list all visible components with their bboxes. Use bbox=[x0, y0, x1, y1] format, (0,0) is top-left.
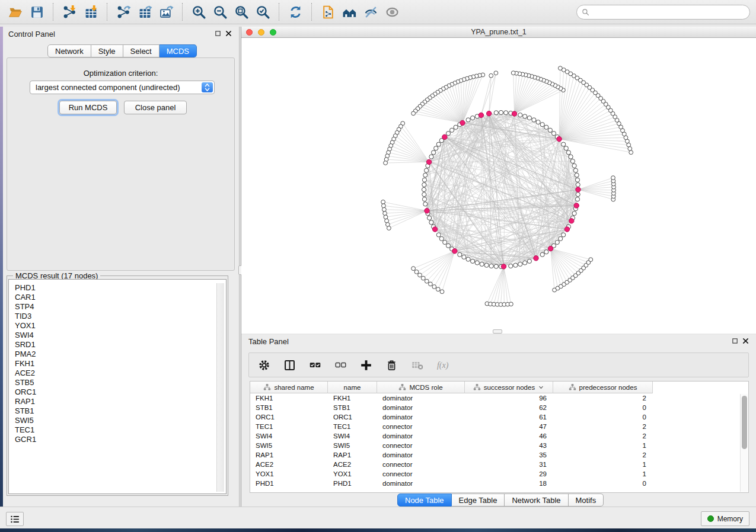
close-panel-icon[interactable] bbox=[225, 30, 232, 37]
run-mcds-button[interactable]: Run MCDS bbox=[59, 101, 117, 114]
graph-node[interactable] bbox=[422, 182, 426, 187]
graph-node[interactable] bbox=[384, 215, 388, 219]
mcds-result-item[interactable]: SWI5 bbox=[11, 416, 216, 425]
export-network-icon[interactable] bbox=[113, 2, 134, 21]
graph-node[interactable] bbox=[436, 142, 441, 146]
graph-node[interactable] bbox=[423, 173, 428, 177]
delete-column-icon[interactable] bbox=[384, 357, 399, 373]
deselect-all-icon[interactable] bbox=[333, 357, 348, 373]
graph-node[interactable] bbox=[450, 128, 454, 132]
graph-node[interactable] bbox=[518, 262, 522, 266]
close-table-panel-icon[interactable] bbox=[742, 338, 749, 344]
graph-node[interactable] bbox=[564, 146, 568, 150]
graph-node[interactable] bbox=[518, 113, 522, 117]
settings-gear-icon[interactable] bbox=[256, 357, 272, 373]
graph-node[interactable] bbox=[499, 110, 503, 114]
graph-node[interactable] bbox=[429, 282, 433, 286]
import-table-icon[interactable] bbox=[80, 2, 101, 21]
graph-node[interactable] bbox=[509, 264, 513, 268]
graph-node[interactable] bbox=[572, 211, 576, 216]
graph-hub-node[interactable] bbox=[479, 113, 483, 117]
graph-node[interactable] bbox=[466, 118, 470, 122]
graph-node[interactable] bbox=[458, 252, 462, 257]
task-history-button[interactable] bbox=[6, 512, 24, 526]
graph-node[interactable] bbox=[555, 240, 559, 244]
search-input[interactable] bbox=[589, 7, 749, 18]
graph-node[interactable] bbox=[489, 264, 493, 268]
column-header-MCDS-role[interactable]: MCDS role bbox=[377, 382, 465, 393]
criterion-dropdown[interactable]: largest connected component (undirected) bbox=[30, 81, 215, 94]
graph-hub-node[interactable] bbox=[512, 111, 516, 116]
graph-hub-node[interactable] bbox=[460, 120, 465, 125]
table-scrollbar[interactable] bbox=[740, 394, 748, 492]
graph-node[interactable] bbox=[540, 123, 544, 127]
zoom-fit-icon[interactable] bbox=[231, 2, 252, 21]
graph-node[interactable] bbox=[523, 114, 527, 118]
graph-node[interactable] bbox=[489, 73, 493, 78]
show-graphics-details-icon[interactable] bbox=[381, 2, 403, 21]
graph-node[interactable] bbox=[466, 257, 470, 261]
network-from-file-icon[interactable] bbox=[317, 2, 339, 21]
select-all-icon[interactable] bbox=[307, 357, 323, 373]
graph-node[interactable] bbox=[440, 290, 444, 294]
mcds-result-item[interactable]: TEC1 bbox=[11, 425, 216, 435]
column-header-shared-name[interactable]: shared name bbox=[250, 382, 328, 393]
graph-node[interactable] bbox=[421, 276, 425, 280]
graph-node[interactable] bbox=[454, 125, 458, 129]
graph-node[interactable] bbox=[527, 259, 531, 263]
graph-node[interactable] bbox=[382, 207, 387, 211]
hide-graphics-details-icon[interactable] bbox=[360, 2, 381, 21]
zoom-out-icon[interactable] bbox=[209, 2, 231, 21]
graph-node[interactable] bbox=[576, 182, 580, 187]
graph-node[interactable] bbox=[412, 111, 416, 116]
mcds-result-item[interactable]: SWI4 bbox=[11, 331, 216, 340]
mcds-result-item[interactable]: ACE2 bbox=[11, 368, 216, 378]
graph-node[interactable] bbox=[628, 147, 632, 151]
tab-node-table[interactable]: Node Table bbox=[397, 493, 452, 507]
graph-node[interactable] bbox=[513, 263, 518, 267]
float-panel-icon[interactable] bbox=[215, 30, 221, 37]
graph-node[interactable] bbox=[429, 220, 433, 225]
graph-node[interactable] bbox=[446, 243, 450, 248]
graph-node[interactable] bbox=[494, 264, 498, 268]
mcds-result-list[interactable]: PHD1CAR1STP4TID3YOX1SWI4SRD1PMA2FKH1ACE2… bbox=[11, 283, 216, 492]
graph-node[interactable] bbox=[475, 261, 479, 265]
table-row[interactable]: STB1STB1dominator620 bbox=[250, 403, 748, 412]
graph-node[interactable] bbox=[559, 236, 563, 241]
graph-hub-node[interactable] bbox=[569, 219, 574, 223]
graph-node[interactable] bbox=[443, 240, 447, 244]
mcds-result-item[interactable]: SRD1 bbox=[11, 340, 216, 350]
graph-node[interactable] bbox=[575, 178, 579, 182]
table-row[interactable]: FKH1FKH1dominator962 bbox=[250, 393, 748, 403]
graph-node[interactable] bbox=[425, 279, 429, 283]
graph-node[interactable] bbox=[422, 197, 426, 201]
graph-node[interactable] bbox=[446, 132, 450, 136]
graph-hub-node[interactable] bbox=[432, 227, 437, 232]
column-header-successor-nodes[interactable]: successor nodes bbox=[465, 382, 553, 393]
network-window-titlebar[interactable]: YPA_prune.txt_1 bbox=[241, 27, 756, 38]
graph-node[interactable] bbox=[429, 155, 433, 159]
float-table-panel-icon[interactable] bbox=[732, 338, 738, 344]
mcds-result-item[interactable]: FKH1 bbox=[11, 359, 216, 368]
graph-node[interactable] bbox=[559, 66, 563, 70]
graph-node[interactable] bbox=[572, 164, 576, 168]
graph-node[interactable] bbox=[629, 150, 633, 155]
graph-node[interactable] bbox=[494, 71, 498, 75]
graph-node[interactable] bbox=[575, 197, 579, 201]
graph-node[interactable] bbox=[569, 155, 573, 159]
graph-node[interactable] bbox=[425, 168, 429, 172]
graph-node[interactable] bbox=[551, 132, 556, 136]
graph-node[interactable] bbox=[462, 255, 466, 259]
refresh-layout-icon[interactable] bbox=[285, 2, 306, 21]
zoom-in-icon[interactable] bbox=[188, 2, 209, 21]
tab-mcds[interactable]: MCDS bbox=[160, 44, 197, 57]
graph-node[interactable] bbox=[540, 252, 544, 257]
graph-hub-node[interactable] bbox=[574, 203, 579, 208]
mcds-result-scrollbar[interactable] bbox=[216, 283, 224, 492]
add-column-icon[interactable] bbox=[358, 357, 374, 373]
open-session-icon[interactable] bbox=[5, 2, 26, 21]
close-panel-button[interactable]: Close panel bbox=[124, 101, 187, 114]
table-row[interactable]: SWI5SWI5connector431 bbox=[250, 441, 748, 450]
graph-node[interactable] bbox=[532, 118, 536, 122]
graph-node[interactable] bbox=[589, 258, 593, 262]
